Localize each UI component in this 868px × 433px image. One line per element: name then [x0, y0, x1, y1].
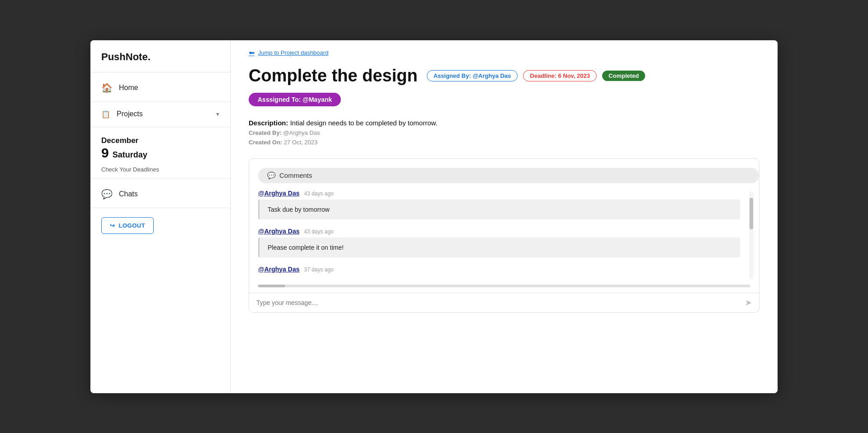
task-title: Complete the design	[249, 66, 418, 86]
comment-text-1: Task due by tomorrow	[268, 206, 330, 213]
assigned-by-badge: Assigned By: @Arghya Das	[427, 70, 518, 81]
message-input[interactable]	[256, 299, 741, 306]
logout-button[interactable]: ↪ LOGOUT	[101, 217, 154, 234]
assigned-to-badge: Asssigned To: @Mayank	[249, 93, 341, 106]
comment-bubble-1: Task due by tomorrow	[258, 200, 740, 219]
sidebar-home-label: Home	[119, 84, 138, 92]
jump-link-text: Jump to Project dashboard	[258, 49, 328, 56]
sidebar-item-home[interactable]: 🏠 Home	[90, 76, 230, 100]
comment-entry-1: @Arghya Das 43 days ago Task due by tomo…	[258, 190, 740, 219]
sidebar-divider-1	[90, 101, 230, 102]
comment-entry-3: @Arghya Das 37 days ago	[258, 266, 740, 273]
created-by-row: Created By: @Arghya Das	[249, 129, 760, 136]
comment-entry-2: @Arghya Das 43 days ago Please complete …	[258, 228, 740, 257]
chevron-down-icon: ▾	[216, 110, 219, 118]
sidebar-chats-label: Chats	[119, 190, 138, 198]
comment-author-2[interactable]: @Arghya Das	[258, 228, 299, 235]
message-input-row: ➤	[249, 293, 759, 312]
horizontal-scroll-bar	[258, 285, 750, 287]
created-on-value: 27 Oct, 2023	[284, 139, 317, 146]
created-by-label: Created By:	[249, 129, 282, 136]
comment-author-3[interactable]: @Arghya Das	[258, 266, 299, 273]
sidebar-item-projects[interactable]: 📋 Projects ▾	[90, 104, 230, 125]
app-logo: PushNote.	[90, 51, 230, 72]
send-icon: ➤	[745, 298, 752, 307]
comment-bubble-2: Please complete it on time!	[258, 238, 740, 257]
created-by-value: @Arghya Das	[283, 129, 320, 136]
sidebar-projects-left: 📋 Projects	[101, 110, 143, 119]
sidebar-projects-label: Projects	[117, 110, 143, 118]
send-button[interactable]: ➤	[745, 298, 752, 308]
created-on-label: Created On:	[249, 139, 282, 146]
completed-badge: Completed	[602, 71, 645, 81]
comments-section: 💬 Comments @Arghya Das 43 days ago Task …	[249, 158, 760, 313]
sidebar-divider-top	[90, 72, 230, 72]
comment-author-row-1: @Arghya Das 43 days ago	[258, 190, 740, 197]
description-section: Description: Intial design needs to be c…	[231, 106, 778, 146]
main-content: ⬅ Jump to Project dashboard Complete the…	[231, 40, 778, 393]
top-bar: ⬅ Jump to Project dashboard	[231, 40, 778, 57]
comment-text-2: Please complete it on time!	[268, 244, 344, 251]
task-header: Complete the design Assigned By: @Arghya…	[231, 57, 778, 86]
comments-tab[interactable]: 💬 Comments	[258, 168, 759, 183]
sidebar-day-name: Saturday	[113, 150, 147, 160]
sidebar-date-section: December 9 Saturday	[90, 129, 230, 164]
comments-tab-label: Comments	[279, 171, 312, 179]
jump-to-dashboard-link[interactable]: ⬅ Jump to Project dashboard	[249, 48, 760, 57]
projects-icon: 📋	[101, 110, 110, 119]
sidebar-divider-3	[90, 178, 230, 179]
sidebar: PushNote. 🏠 Home 📋 Projects ▾ December 9…	[90, 40, 231, 393]
logout-icon: ↪	[110, 222, 115, 229]
description-label: Description:	[249, 119, 288, 127]
comments-body[interactable]: @Arghya Das 43 days ago Task due by tomo…	[249, 190, 749, 281]
chats-icon: 💬	[101, 189, 113, 200]
logout-label: LOGOUT	[119, 222, 146, 229]
assigned-to-row: Asssigned To: @Mayank	[231, 86, 778, 106]
sidebar-divider-2	[90, 127, 230, 127]
sidebar-day-number: 9	[101, 145, 109, 161]
back-arrow-icon: ⬅	[249, 48, 255, 57]
home-icon: 🏠	[101, 82, 113, 93]
app-window: PushNote. 🏠 Home 📋 Projects ▾ December 9…	[90, 40, 778, 393]
horizontal-scroll-thumb	[258, 285, 285, 287]
comment-time-2: 43 days ago	[304, 228, 333, 235]
description-value: Intial design needs to be completed by t…	[290, 119, 438, 127]
description-text: Description: Intial design needs to be c…	[249, 119, 760, 127]
comment-author-row-2: @Arghya Das 43 days ago	[258, 228, 740, 235]
comment-time-3: 37 days ago	[304, 266, 333, 273]
comment-time-1: 43 days ago	[304, 190, 333, 197]
sidebar-day-row: 9 Saturday	[101, 145, 219, 161]
scroll-thumb	[750, 198, 753, 229]
deadline-badge: Deadline: 6 Nov, 2023	[523, 70, 597, 81]
comments-scroll-area: @Arghya Das 43 days ago Task due by tomo…	[249, 190, 759, 281]
comment-author-1[interactable]: @Arghya Das	[258, 190, 299, 197]
comment-author-row-3: @Arghya Das 37 days ago	[258, 266, 740, 273]
created-on-row: Created On: 27 Oct, 2023	[249, 139, 760, 146]
comments-icon: 💬	[267, 171, 276, 180]
sidebar-divider-4	[90, 208, 230, 208]
vertical-scrollbar[interactable]	[749, 191, 754, 279]
sidebar-item-chats[interactable]: 💬 Chats	[90, 182, 230, 206]
sidebar-month: December	[101, 136, 219, 145]
sidebar-check-deadlines[interactable]: Check Your Deadlines	[90, 164, 230, 178]
